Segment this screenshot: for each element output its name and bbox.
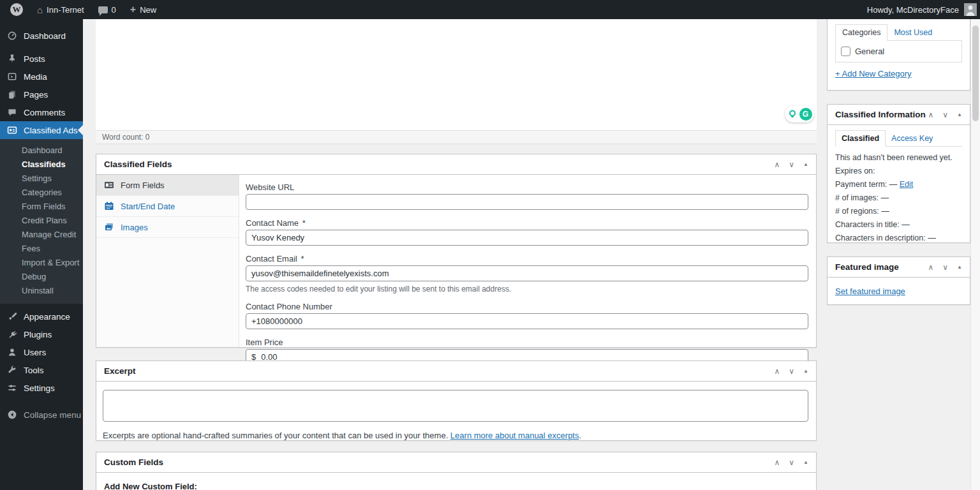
new-content-menu[interactable]: + New: [125, 0, 161, 19]
chars-in-title-text: Characters in title: —: [835, 220, 962, 229]
dashboard-icon: [6, 30, 18, 41]
move-down-icon[interactable]: ∨: [942, 264, 948, 271]
tab-all-categories[interactable]: Categories: [835, 24, 887, 41]
sidebar-item-posts[interactable]: Posts: [0, 50, 83, 68]
scrollbar-thumb[interactable]: [972, 26, 979, 121]
renewed-status-text: This ad hasn't been renewed yet.: [835, 153, 962, 162]
submenu-item-categories[interactable]: Categories: [0, 186, 83, 200]
sidebar-item-users[interactable]: Users: [0, 343, 83, 361]
sidebar-item-settings[interactable]: Settings: [0, 379, 83, 397]
home-icon: ⌂: [37, 4, 43, 15]
comment-icon: [6, 107, 18, 118]
move-up-icon[interactable]: ∧: [928, 264, 933, 271]
page-scrollbar[interactable]: [970, 19, 980, 490]
user-avatar[interactable]: [964, 3, 977, 16]
contact-name-input[interactable]: [246, 230, 808, 246]
toggle-panel-icon[interactable]: ▲: [803, 460, 808, 465]
tab-form-fields[interactable]: Form Fields: [96, 175, 239, 196]
sidebar-item-tools[interactable]: Tools: [0, 361, 83, 379]
contact-phone-field-group: Contact Phone Number: [246, 302, 808, 329]
excerpt-header[interactable]: Excerpt ∧ ∨ ▲: [96, 361, 816, 382]
website-url-label: Website URL: [246, 182, 808, 192]
wordpress-logo-menu[interactable]: W: [5, 0, 28, 19]
featured-image-metabox: Featured image ∧ ∨ ▲ Set featured image: [827, 256, 970, 305]
sidebar-item-label: Posts: [24, 54, 45, 64]
sidebar-item-label: Users: [24, 348, 46, 357]
metabox-title: Excerpt: [104, 366, 136, 376]
tab-most-used[interactable]: Most Used: [887, 25, 939, 40]
admin-bar: W ⌂ Inn-Ternet 0 + New Howdy, McDirector…: [0, 0, 980, 19]
submenu-item-debug[interactable]: Debug: [0, 270, 83, 284]
categories-tabs: Categories Most Used: [835, 24, 962, 40]
submenu-item-uninstall[interactable]: Uninstall: [0, 284, 83, 298]
tab-start-end-date[interactable]: Start/End Date: [96, 196, 239, 217]
move-down-icon[interactable]: ∨: [789, 459, 794, 466]
move-up-icon[interactable]: ∧: [774, 459, 780, 466]
sidebar-item-dashboard[interactable]: Dashboard: [0, 27, 83, 45]
site-name: Inn-Ternet: [47, 5, 84, 15]
featured-image-header[interactable]: Featured image ∧ ∨ ▲: [828, 257, 970, 278]
collapse-menu-button[interactable]: Collapse menu: [0, 406, 83, 424]
form-fields-icon: [104, 180, 114, 190]
excerpt-metabox: Excerpt ∧ ∨ ▲ Excerpts are optional hand…: [96, 360, 817, 441]
contact-phone-input[interactable]: [246, 313, 808, 329]
toggle-panel-icon[interactable]: ▲: [957, 112, 962, 117]
classified-information-header[interactable]: Classified Information ∧ ∨ ▲: [828, 105, 970, 125]
tab-access-key[interactable]: Access Key: [886, 131, 939, 146]
excerpt-help-text: Excerpts are optional hand-crafted summa…: [103, 431, 808, 440]
website-url-field-group: Website URL: [246, 182, 808, 210]
submenu-item-classifieds[interactable]: Classifieds: [0, 158, 83, 172]
sidebar-item-media[interactable]: Media: [0, 68, 83, 85]
submenu-item-form-fields[interactable]: Form Fields: [0, 200, 83, 214]
contact-name-label: Contact Name *: [246, 218, 808, 228]
sidebar-item-appearance[interactable]: Appearance: [0, 308, 83, 325]
contact-email-label: Contact Email *: [246, 254, 808, 264]
sidebar-item-plugins[interactable]: Plugins: [0, 325, 83, 343]
person-icon: [964, 3, 977, 16]
editor-content-area[interactable]: G: [96, 19, 817, 130]
sidebar-item-comments[interactable]: Comments: [0, 103, 83, 121]
sidebar-lower-menu: Appearance Plugins Users Tools Settings: [0, 308, 83, 424]
add-new-category-link[interactable]: + Add New Category: [835, 69, 912, 78]
general-category-checkbox[interactable]: [841, 47, 850, 56]
submenu-item-manage-credit[interactable]: Manage Credit: [0, 228, 83, 242]
excerpt-textarea[interactable]: [103, 390, 808, 422]
move-up-icon[interactable]: ∧: [928, 111, 933, 119]
comments-admin-link[interactable]: 0: [93, 0, 121, 19]
toggle-panel-icon[interactable]: ▲: [803, 369, 808, 374]
website-url-input[interactable]: [246, 194, 808, 210]
classified-fields-header[interactable]: Classified Fields ∧ ∨ ▲: [96, 154, 816, 175]
site-name-link[interactable]: ⌂ Inn-Ternet: [32, 0, 89, 19]
submenu-item-credit-plans[interactable]: Credit Plans: [0, 214, 83, 228]
custom-fields-header[interactable]: Custom Fields ∧ ∨ ▲: [96, 452, 816, 473]
toggle-panel-icon[interactable]: ▲: [803, 162, 808, 167]
grammarly-widget[interactable]: G: [785, 106, 814, 122]
plus-icon: +: [130, 4, 136, 15]
move-down-icon[interactable]: ∨: [789, 368, 794, 375]
comments-bubble-icon: [98, 6, 108, 13]
admin-sidebar: Dashboard Posts Media Pages Comments Cla…: [0, 19, 83, 490]
metabox-title: Featured image: [835, 262, 899, 272]
submenu-item-import-export[interactable]: Import & Export: [0, 256, 83, 270]
tab-images[interactable]: Images: [96, 217, 239, 238]
lightbulb-icon: [787, 109, 798, 119]
sidebar-item-classified-ads[interactable]: Classified Ads: [0, 121, 83, 139]
move-down-icon[interactable]: ∨: [942, 111, 948, 119]
toggle-panel-icon[interactable]: ▲: [957, 265, 962, 270]
sidebar-item-pages[interactable]: Pages: [0, 85, 83, 103]
move-up-icon[interactable]: ∧: [774, 368, 780, 375]
howdy-account-link[interactable]: Howdy, McDirectoryFace: [867, 5, 959, 15]
submenu-item-settings[interactable]: Settings: [0, 172, 83, 186]
tab-label: Images: [121, 223, 148, 232]
move-down-icon[interactable]: ∨: [789, 161, 794, 168]
move-up-icon[interactable]: ∧: [774, 161, 780, 168]
categories-checklist: General: [835, 40, 962, 63]
submenu-item-fees[interactable]: Fees: [0, 242, 83, 256]
editor-statusbar: Word count: 0: [96, 130, 817, 144]
payment-term-edit-link[interactable]: Edit: [900, 180, 914, 189]
submenu-item-dashboard[interactable]: Dashboard: [0, 144, 83, 158]
set-featured-image-link[interactable]: Set featured image: [835, 286, 905, 296]
manual-excerpts-link[interactable]: Learn more about manual excerpts: [450, 431, 579, 440]
tab-classified[interactable]: Classified: [835, 130, 886, 147]
contact-email-input[interactable]: [246, 265, 808, 281]
